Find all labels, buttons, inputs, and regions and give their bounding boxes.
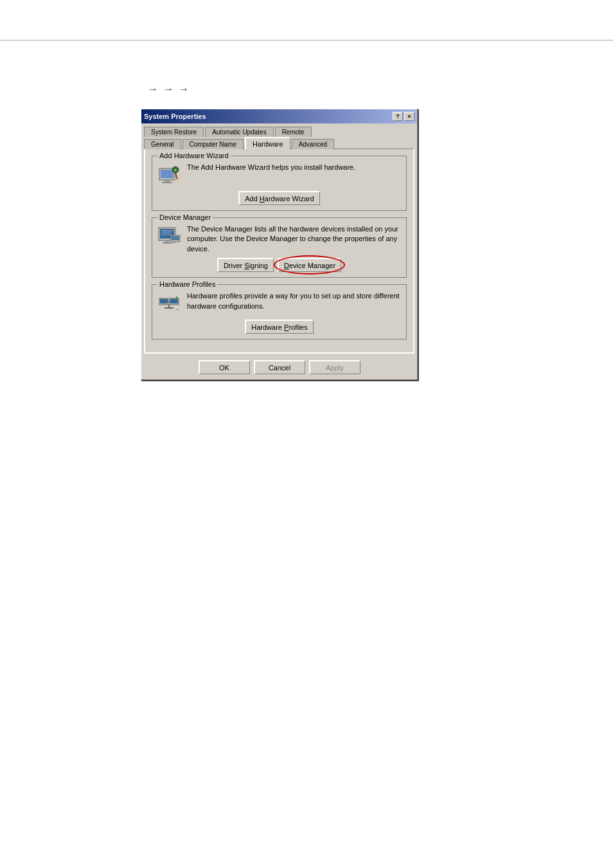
- tab-automatic-updates[interactable]: Automatic Updates: [205, 127, 274, 137]
- device-manager-content: The Device Manager lists all the hardwar…: [157, 224, 401, 254]
- add-hardware-title: Add Hardware Wizard: [157, 152, 231, 159]
- dialog-title: System Properties: [144, 113, 206, 120]
- tab-strip-area: System Restore Automatic Updates Remote …: [141, 123, 417, 149]
- hardware-profiles-section: Hardware Profiles: [152, 284, 407, 339]
- add-hardware-section: Add Hardware Wizard ✦: [152, 156, 407, 211]
- driver-signing-button[interactable]: Driver Signing: [217, 258, 274, 272]
- tab-row-1: System Restore Automatic Updates Remote: [144, 126, 414, 136]
- arrow-3: →: [179, 84, 189, 95]
- hardware-profiles-title: Hardware Profiles: [157, 280, 217, 288]
- nav-arrows: → → →: [148, 84, 189, 95]
- hardware-profiles-content: ↔ Hardware profiles provide a way for yo…: [157, 291, 401, 316]
- svg-rect-2: [164, 180, 170, 182]
- svg-rect-17: [172, 242, 175, 243]
- add-hardware-button-row: Add Hardware Wizard: [157, 191, 401, 205]
- svg-rect-13: [163, 242, 172, 244]
- add-hardware-content: ✦ The Add Hardware Wizard helps you inst…: [157, 163, 401, 187]
- tab-row-2: General Computer Name Hardware Advanced: [144, 136, 414, 149]
- tab-advanced[interactable]: Advanced: [292, 139, 334, 149]
- device-manager-icon: [157, 224, 182, 249]
- hardware-profiles-button-row: Hardware Profiles: [157, 320, 401, 334]
- help-button[interactable]: ?: [393, 112, 403, 121]
- svg-rect-15: [172, 236, 179, 240]
- hardware-profiles-icon: ↔: [157, 291, 182, 316]
- tab-content-hardware: Add Hardware Wizard ✦: [144, 149, 414, 354]
- arrow-2: →: [163, 84, 173, 95]
- system-properties-dialog: System Properties ? × System Restore Aut…: [140, 108, 418, 380]
- cancel-button[interactable]: Cancel: [254, 360, 305, 374]
- svg-line-6: [175, 173, 177, 179]
- dialog-footer-buttons: OK Cancel Apply: [141, 356, 417, 379]
- svg-rect-19: [160, 299, 168, 303]
- add-hardware-wizard-button[interactable]: Add Hardware Wizard: [238, 191, 320, 205]
- arrow-1: →: [148, 84, 158, 95]
- hardware-profiles-description: Hardware profiles provide a way for you …: [187, 291, 401, 311]
- apply-button[interactable]: Apply: [309, 360, 360, 374]
- svg-rect-3: [162, 182, 172, 183]
- device-manager-title: Device Manager: [157, 213, 213, 221]
- tab-computer-name[interactable]: Computer Name: [182, 139, 244, 149]
- svg-rect-1: [161, 170, 173, 178]
- page-background: → → → System Properties ? × System Resto…: [0, 0, 613, 868]
- device-manager-button[interactable]: Device Manager: [278, 258, 341, 272]
- add-hardware-icon: ✦: [157, 163, 182, 187]
- ok-button[interactable]: OK: [199, 360, 250, 374]
- title-bar: System Properties ? ×: [141, 109, 417, 123]
- add-hardware-description: The Add Hardware Wizard helps you instal…: [187, 163, 401, 172]
- title-bar-buttons: ? ×: [393, 112, 414, 121]
- device-manager-description: The Device Manager lists all the hardwar…: [187, 224, 401, 254]
- top-rule: [0, 40, 613, 41]
- tab-system-restore[interactable]: System Restore: [144, 127, 204, 137]
- tab-general[interactable]: General: [144, 139, 181, 149]
- hardware-profiles-button[interactable]: Hardware Profiles: [245, 320, 313, 334]
- tab-hardware[interactable]: Hardware: [245, 137, 290, 149]
- close-button[interactable]: ×: [404, 112, 414, 121]
- device-manager-section: Device Manager: [152, 217, 407, 278]
- device-manager-button-wrapper: Device Manager: [278, 258, 341, 272]
- device-manager-button-row: Driver Signing Device Manager: [157, 258, 401, 272]
- tab-remote[interactable]: Remote: [275, 127, 312, 137]
- svg-text:✦: ✦: [173, 168, 177, 172]
- svg-text:↔: ↔: [175, 307, 180, 312]
